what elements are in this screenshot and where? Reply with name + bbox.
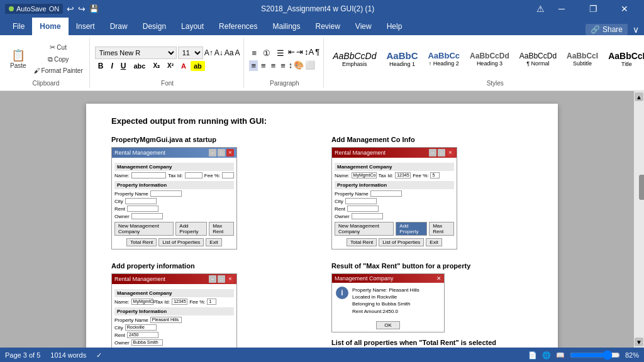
- view-read-icon[interactable]: 📖: [556, 351, 565, 359]
- vertical-scrollbar[interactable]: ▲ ▼: [634, 91, 644, 348]
- startup-propname-input[interactable]: [150, 190, 182, 197]
- tab-insert[interactable]: Insert: [69, 18, 103, 35]
- startup-new-mgmt-btn[interactable]: New Management Company: [114, 222, 174, 236]
- add-mgmt-maximize-btn[interactable]: □: [438, 149, 445, 156]
- add-mgmt-rent-input[interactable]: [347, 206, 379, 212]
- style-heading2[interactable]: AaBbCc ↑ Heading 2: [424, 50, 464, 68]
- add-prop-maximize-btn[interactable]: □: [218, 275, 225, 283]
- format-painter-button[interactable]: 🖌 Format Painter: [31, 66, 86, 75]
- max-rent-close-icon[interactable]: ✕: [436, 275, 441, 282]
- add-mgmt-list-props-btn[interactable]: List of Properties: [379, 238, 424, 246]
- style-heading1[interactable]: AaBbC Heading 1: [382, 49, 421, 69]
- add-prop-fee-input[interactable]: 1: [207, 299, 216, 305]
- shrink-font-icon[interactable]: A↓: [214, 48, 223, 57]
- startup-total-rent-btn[interactable]: Total Rent: [126, 238, 157, 246]
- decrease-indent-icon[interactable]: ⇤: [288, 47, 295, 59]
- redo-icon[interactable]: ↪: [78, 4, 86, 14]
- borders-icon[interactable]: ⬜: [305, 60, 315, 71]
- justify-icon[interactable]: ≡: [279, 60, 287, 71]
- tab-review[interactable]: Review: [308, 18, 348, 35]
- add-prop-taxid-input[interactable]: 12345: [172, 299, 187, 305]
- underline-button[interactable]: U: [118, 60, 130, 72]
- close-button[interactable]: ✕: [610, 0, 639, 18]
- startup-close-btn[interactable]: ✕: [226, 149, 234, 156]
- paste-button[interactable]: 📋 Paste: [6, 46, 30, 72]
- add-mgmt-propname-input[interactable]: [370, 190, 402, 197]
- italic-button[interactable]: I: [108, 60, 116, 72]
- font-name-select[interactable]: Times New R: [95, 47, 177, 59]
- view-web-icon[interactable]: 🌐: [542, 351, 551, 359]
- view-print-icon[interactable]: 📄: [528, 351, 537, 359]
- tab-mailings[interactable]: Mailings: [265, 18, 308, 35]
- tab-layout[interactable]: Layout: [174, 18, 211, 35]
- add-mgmt-fee-input[interactable]: 5: [430, 172, 440, 178]
- undo-icon[interactable]: ↩: [67, 4, 74, 14]
- startup-rent-input[interactable]: [127, 206, 158, 212]
- startup-minimize-btn[interactable]: ─: [209, 149, 216, 156]
- save-icon[interactable]: 💾: [89, 4, 99, 13]
- add-mgmt-owner-input[interactable]: [352, 213, 383, 219]
- startup-owner-input[interactable]: [131, 213, 163, 219]
- startup-exit-btn[interactable]: Exit: [206, 238, 221, 246]
- subscript-button[interactable]: X₂: [150, 61, 163, 70]
- align-center-icon[interactable]: ≡: [259, 60, 268, 71]
- strikethrough-button[interactable]: abc: [130, 61, 148, 71]
- tab-file[interactable]: File: [5, 18, 32, 35]
- scroll-up-btn[interactable]: ▲: [635, 92, 643, 101]
- startup-max-rent-btn[interactable]: Max Rent: [209, 222, 234, 236]
- startup-list-props-btn[interactable]: List of Properties: [158, 238, 204, 246]
- max-rent-ok-btn[interactable]: OK: [376, 321, 400, 329]
- align-right-icon[interactable]: ≡: [269, 60, 278, 71]
- startup-add-prop-btn[interactable]: Add Property: [175, 222, 207, 236]
- sort-icon[interactable]: ↕A: [304, 47, 314, 59]
- restore-button[interactable]: ❐: [579, 0, 608, 18]
- startup-taxid-input[interactable]: [185, 172, 203, 178]
- startup-city-input[interactable]: [125, 198, 157, 204]
- cut-button[interactable]: ✂ Cut: [31, 42, 86, 53]
- add-mgmt-close-btn[interactable]: ✕: [447, 149, 454, 156]
- font-color-button[interactable]: A: [178, 61, 189, 71]
- add-mgmt-city-input[interactable]: [345, 198, 377, 204]
- style-subtitle[interactable]: AaBbCcI Subtitle: [563, 50, 602, 68]
- clear-format-icon[interactable]: A: [235, 48, 240, 57]
- multilevel-icon[interactable]: ☰: [274, 47, 287, 59]
- tab-home[interactable]: Home: [32, 18, 68, 35]
- add-mgmt-new-mgmt-btn[interactable]: New Management Company: [335, 222, 394, 236]
- add-mgmt-minimize-btn[interactable]: ─: [429, 149, 436, 156]
- add-mgmt-taxid-input[interactable]: 12345: [395, 172, 411, 178]
- add-prop-minimize-btn[interactable]: ─: [209, 275, 216, 283]
- show-formatting-icon[interactable]: ¶: [315, 47, 319, 59]
- ribbon-collapse-icon[interactable]: ∨: [633, 25, 639, 35]
- add-prop-propname-input[interactable]: Pleasant Hills: [150, 317, 182, 323]
- tab-references[interactable]: References: [211, 18, 265, 35]
- increase-indent-icon[interactable]: ⇥: [296, 47, 303, 59]
- numbering-icon[interactable]: ①: [260, 47, 273, 59]
- share-button[interactable]: 🔗 Share: [586, 24, 628, 35]
- copy-button[interactable]: ⧉ Copy: [31, 54, 86, 65]
- add-prop-name-input[interactable]: MyMgmtCo: [131, 299, 153, 305]
- add-mgmt-add-prop-btn[interactable]: Add Property: [396, 222, 427, 236]
- shading-icon[interactable]: 🎨: [294, 60, 304, 71]
- tab-view[interactable]: View: [348, 18, 379, 35]
- startup-fee-input[interactable]: [222, 172, 234, 178]
- add-prop-city-input[interactable]: Rockville: [125, 324, 157, 331]
- scroll-thumb[interactable]: [639, 175, 644, 200]
- tab-design[interactable]: Design: [135, 18, 174, 35]
- line-spacing-icon[interactable]: ↕: [289, 60, 293, 71]
- bold-button[interactable]: B: [95, 60, 107, 72]
- grow-font-icon[interactable]: A↑: [204, 48, 213, 57]
- minimize-button[interactable]: ─: [547, 0, 576, 18]
- superscript-button[interactable]: X²: [164, 61, 177, 70]
- font-size-select[interactable]: 11: [178, 47, 203, 59]
- change-case-icon[interactable]: Aa: [225, 48, 234, 57]
- add-prop-rent-input[interactable]: 2450: [127, 332, 158, 338]
- align-left-icon[interactable]: ≡: [249, 60, 258, 71]
- style-emphasis[interactable]: AaBbCcDd Emphasis: [329, 50, 380, 69]
- tab-help[interactable]: Help: [379, 18, 410, 35]
- style-normal[interactable]: AaBbCcDd ¶ Normal: [516, 50, 560, 68]
- add-mgmt-exit-btn[interactable]: Exit: [426, 238, 441, 246]
- add-prop-close-btn[interactable]: ✕: [226, 275, 234, 283]
- add-mgmt-name-input[interactable]: MyMgmtCo: [352, 172, 377, 178]
- add-mgmt-total-rent-btn[interactable]: Total Rent: [347, 238, 377, 246]
- startup-maximize-btn[interactable]: □: [218, 149, 225, 156]
